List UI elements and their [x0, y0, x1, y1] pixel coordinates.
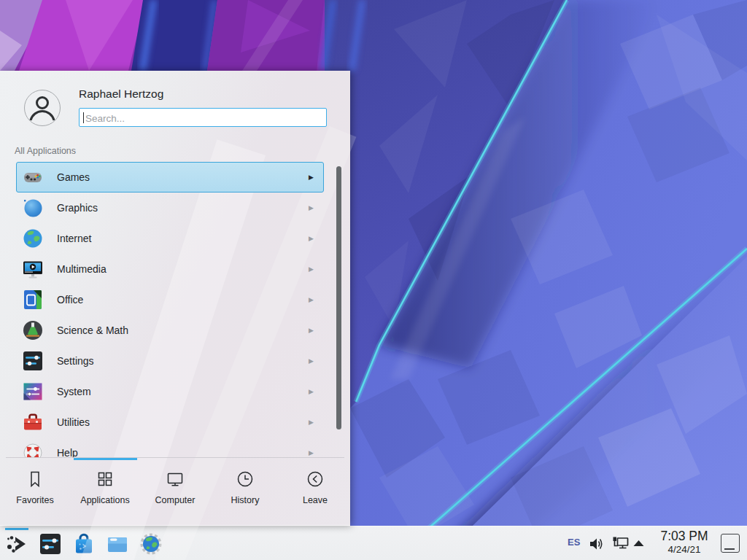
menu-item-science-math[interactable]: Science & Math ▶: [16, 315, 324, 346]
tab-label: History: [231, 495, 260, 505]
games-icon: [22, 166, 44, 188]
section-label-all-applications: All Applications: [15, 146, 76, 156]
submenu-arrow-icon: ▶: [309, 327, 314, 334]
application-launcher-button[interactable]: [5, 532, 28, 556]
graphics-icon: [22, 197, 44, 219]
menu-item-label: Office: [57, 294, 83, 306]
submenu-arrow-icon: ▶: [309, 235, 314, 242]
show-desktop-button[interactable]: [721, 534, 740, 553]
submenu-arrow-icon: ▶: [309, 357, 314, 365]
internet-icon: [22, 228, 44, 249]
menu-item-label: Settings: [57, 355, 94, 367]
search-input[interactable]: [84, 109, 324, 128]
system-icon: [22, 381, 44, 402]
submenu-arrow-icon: ▶: [309, 204, 314, 211]
user-icon: [25, 90, 60, 125]
clock-date: 4/24/21: [648, 544, 721, 555]
search-field[interactable]: [79, 108, 327, 127]
menu-item-system[interactable]: System ▶: [16, 376, 324, 407]
taskbar: ES 7:03 PM 4/24/21: [0, 526, 747, 560]
back-circle-icon: [306, 470, 325, 489]
network-icon[interactable]: [611, 536, 630, 552]
menu-item-label: Multimedia: [57, 263, 107, 275]
submenu-arrow-icon: ▶: [309, 296, 314, 303]
tab-history[interactable]: History: [210, 460, 280, 526]
menu-item-utilities[interactable]: Utilities ▶: [16, 407, 324, 438]
user-name: Raphael Hertzog: [79, 88, 163, 101]
user-avatar[interactable]: [24, 90, 61, 126]
clock-time: 7:03 PM: [648, 529, 721, 544]
tab-label: Applications: [80, 495, 129, 505]
submenu-arrow-icon: ▶: [309, 174, 314, 181]
multimedia-icon: [22, 258, 44, 280]
submenu-arrow-icon: ▶: [309, 388, 314, 395]
submenu-arrow-icon: ▶: [309, 265, 314, 273]
utilities-icon: [22, 411, 44, 433]
list-scrollbar[interactable]: [336, 166, 341, 429]
menu-item-label: System: [57, 386, 91, 397]
menu-item-label: Graphics: [57, 202, 98, 214]
menu-item-help[interactable]: Help ▶: [16, 438, 324, 457]
menu-item-label: Science & Math: [57, 324, 128, 336]
tab-label: Computer: [155, 495, 196, 505]
digital-clock[interactable]: 7:03 PM 4/24/21: [648, 529, 721, 555]
help-icon: [22, 442, 44, 457]
menu-item-settings[interactable]: Settings ▶: [16, 346, 324, 376]
menu-item-office[interactable]: Office ▶: [16, 284, 324, 315]
grid-icon: [96, 470, 115, 489]
submenu-arrow-icon: ▶: [309, 419, 314, 426]
expand-tray-arrow-icon[interactable]: [632, 539, 645, 548]
file-manager-button[interactable]: [106, 532, 129, 556]
tab-label: Favorites: [16, 495, 53, 505]
discover-button[interactable]: [72, 532, 96, 556]
tab-favorites[interactable]: Favorites: [0, 460, 70, 526]
bookmark-icon: [26, 470, 44, 489]
menu-item-label: Games: [57, 171, 90, 183]
settings-icon: [22, 350, 44, 372]
volume-icon[interactable]: [589, 536, 606, 552]
tab-computer[interactable]: Computer: [140, 460, 210, 526]
menu-item-label: Utilities: [57, 416, 90, 428]
monitor-icon: [166, 470, 185, 489]
tab-applications[interactable]: Applications: [70, 460, 140, 526]
web-browser-button[interactable]: [139, 532, 163, 556]
application-category-list: Games ▶ Graphics ▶: [0, 162, 350, 457]
system-settings-button[interactable]: [39, 532, 62, 556]
clock-icon: [236, 470, 255, 489]
menu-item-multimedia[interactable]: Multimedia ▶: [16, 254, 324, 284]
submenu-arrow-icon: ▶: [309, 449, 314, 456]
menu-item-games[interactable]: Games ▶: [16, 162, 324, 192]
menu-item-label: Help: [57, 447, 78, 457]
launcher-active-indicator: [5, 528, 28, 530]
desktop: Raphael Hertzog All Applications Games ▶: [0, 0, 747, 560]
application-launcher-popup: Raphael Hertzog All Applications Games ▶: [0, 71, 350, 526]
keyboard-layout-indicator[interactable]: ES: [568, 537, 580, 548]
tab-leave[interactable]: Leave: [280, 460, 350, 526]
menu-item-internet[interactable]: Internet ▶: [16, 223, 324, 254]
menu-item-label: Internet: [57, 233, 91, 244]
office-icon: [22, 289, 44, 311]
science-icon: [22, 319, 44, 341]
menu-item-graphics[interactable]: Graphics ▶: [16, 192, 324, 223]
tabbar-divider: [6, 457, 344, 458]
tab-label: Leave: [303, 495, 328, 505]
kickoff-tabbar: Favorites Applications C: [0, 460, 350, 526]
